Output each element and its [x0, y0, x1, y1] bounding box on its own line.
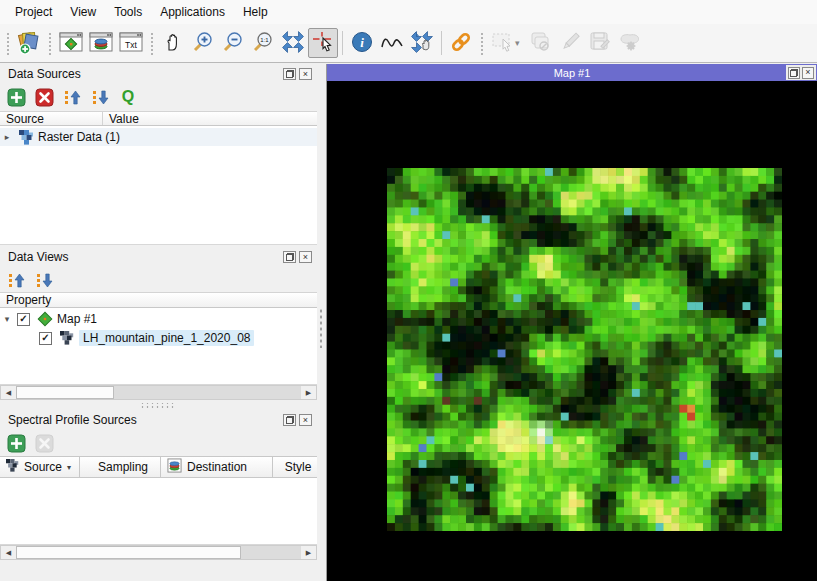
zoom-out-button[interactable]	[218, 28, 248, 58]
dropdown-icon[interactable]: ▾	[67, 463, 71, 472]
panel-splitter-handle[interactable]	[140, 403, 176, 409]
move-to-center-button[interactable]	[407, 28, 437, 58]
zoom-full-extent-button[interactable]	[278, 28, 308, 58]
close-icon: ×	[303, 253, 308, 262]
menu-project[interactable]: Project	[6, 1, 61, 23]
spectral-profile-icon	[379, 29, 405, 58]
collapse-all-button[interactable]	[5, 269, 27, 291]
raster-layer-checkbox[interactable]: ✓	[39, 332, 52, 345]
open-in-qgis-button[interactable]: Q	[117, 86, 139, 108]
menu-tools[interactable]: Tools	[105, 1, 151, 23]
qgis-icon: Q	[122, 88, 134, 106]
data-sources-titlebar[interactable]: Data Sources ×	[0, 64, 317, 84]
collapse-all-button[interactable]	[61, 86, 83, 108]
toolbar-grip[interactable]	[47, 31, 53, 55]
float-window-button[interactable]	[788, 67, 800, 79]
scroll-right-arrow[interactable]: ▶	[301, 386, 316, 399]
data-views-titlebar[interactable]: Data Views ×	[0, 247, 317, 267]
data-views-tree: ▾ ✓ Map #1 ✓ LH_mountain_pine_1_2020_08	[0, 308, 317, 385]
spectral-profile-sources-titlebar[interactable]: Spectral Profile Sources ×	[0, 410, 317, 430]
open-map-window-button[interactable]	[56, 28, 86, 58]
float-icon	[790, 69, 798, 77]
close-panel-button[interactable]: ×	[299, 251, 312, 263]
float-panel-button[interactable]	[283, 414, 296, 426]
select-features-icon	[490, 29, 516, 58]
map-window-titlebar[interactable]: Map #1	[327, 64, 817, 81]
zoom-in-button[interactable]	[188, 28, 218, 58]
spatial-filter-icon	[617, 29, 643, 58]
column-property[interactable]: Property	[0, 293, 317, 307]
map-view-row[interactable]: ▾ ✓ Map #1	[0, 310, 317, 328]
map-canvas[interactable]	[327, 81, 817, 581]
link-map-views-button[interactable]	[446, 28, 476, 58]
raster-image[interactable]	[387, 168, 782, 531]
column-source[interactable]: Source ▾	[0, 457, 80, 477]
toolbar-separator	[441, 31, 442, 55]
zoom-full-extent-icon	[281, 30, 305, 57]
dock-map-splitter[interactable]	[317, 64, 326, 581]
column-style[interactable]: Style	[273, 457, 317, 477]
cursor-crosshair-icon	[311, 30, 335, 57]
splitter-dots	[319, 308, 324, 348]
map-view-checkbox[interactable]: ✓	[17, 313, 30, 326]
remove-profile-source-button	[33, 432, 55, 454]
text-window-icon: Txt	[118, 29, 144, 58]
add-profile-source-button[interactable]	[5, 432, 27, 454]
select-features-button	[488, 28, 518, 58]
select-cursor-location-button[interactable]	[308, 28, 338, 58]
close-panel-button[interactable]: ×	[299, 414, 312, 426]
raster-data-group-row[interactable]: ▸ Raster Data (1)	[0, 128, 317, 146]
close-window-button[interactable]: ×	[802, 67, 814, 79]
float-icon	[286, 253, 294, 261]
move-to-center-icon	[409, 29, 435, 58]
spectral-profile-header: Source ▾ Sampling Destination Style	[0, 456, 317, 478]
menu-applications[interactable]: Applications	[151, 1, 234, 23]
menu-view[interactable]: View	[61, 1, 105, 23]
add-data-source-button[interactable]	[14, 28, 44, 58]
zoom-one-to-one-icon: 1:1	[251, 30, 275, 57]
remove-x-icon	[35, 434, 54, 453]
map-window-controls: ×	[786, 65, 816, 80]
expander-expanded-icon[interactable]: ▾	[0, 314, 14, 324]
map-window-icon	[58, 29, 84, 58]
cursor-location-info-button[interactable]: i	[347, 28, 377, 58]
scroll-thumb[interactable]	[16, 386, 114, 399]
expand-all-button[interactable]	[33, 269, 55, 291]
menu-help[interactable]: Help	[234, 1, 277, 23]
scroll-left-arrow[interactable]: ◀	[1, 546, 16, 559]
pan-tool-button[interactable]	[158, 28, 188, 58]
scroll-left-arrow[interactable]: ◀	[1, 386, 16, 399]
open-cylinder-window-button[interactable]	[86, 28, 116, 58]
open-text-window-button[interactable]: Txt	[116, 28, 146, 58]
scroll-thumb[interactable]	[16, 546, 241, 559]
column-value[interactable]: Value	[103, 112, 317, 125]
column-sampling-label: Sampling	[98, 460, 148, 474]
scroll-right-arrow[interactable]: ▶	[301, 546, 316, 559]
link-icon	[448, 29, 474, 58]
svg-text:Txt: Txt	[125, 39, 137, 49]
add-source-button[interactable]	[5, 86, 27, 108]
scroll-track[interactable]	[16, 386, 301, 399]
svg-text:i: i	[360, 35, 364, 50]
toolbar-grip[interactable]	[5, 31, 11, 55]
data-sources-title: Data Sources	[8, 67, 283, 81]
column-source[interactable]: Source	[0, 112, 103, 125]
raster-layer-row[interactable]: ✓ LH_mountain_pine_1_2020_08	[0, 329, 317, 347]
toolbar-grip[interactable]	[149, 31, 155, 55]
zoom-native-button[interactable]: 1:1	[248, 28, 278, 58]
expand-all-button[interactable]	[89, 86, 111, 108]
remove-source-button[interactable]	[33, 86, 55, 108]
map-view-label: Map #1	[57, 312, 97, 326]
float-panel-button[interactable]	[283, 251, 296, 263]
main-toolbar: Txt 1:1	[0, 24, 817, 63]
column-sampling[interactable]: Sampling	[80, 457, 161, 477]
spectral-profile-button[interactable]	[377, 28, 407, 58]
deselect-features-button	[525, 28, 555, 58]
raster-layer-icon	[59, 330, 75, 346]
scroll-track[interactable]	[16, 546, 301, 559]
column-destination[interactable]: Destination	[161, 457, 273, 477]
close-panel-button[interactable]: ×	[299, 68, 312, 80]
toolbar-grip[interactable]	[479, 31, 485, 55]
expander-collapsed-icon[interactable]: ▸	[0, 132, 14, 142]
float-panel-button[interactable]	[283, 68, 296, 80]
